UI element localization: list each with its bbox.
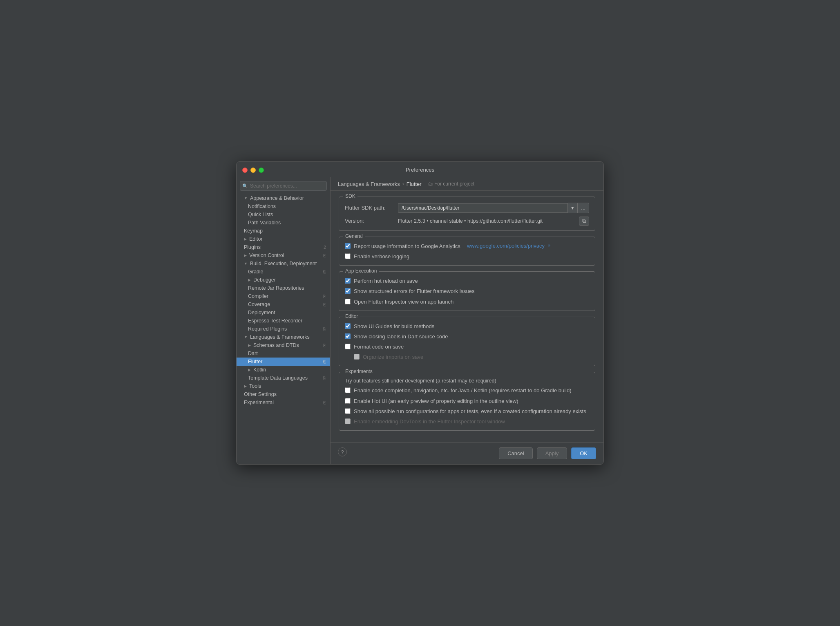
privacy-link[interactable]: www.google.com/policies/privacy bbox=[467, 243, 545, 249]
sidebar-item-label: Languages & Frameworks bbox=[250, 334, 310, 340]
ui-guides-label: Show UI Guides for build methods bbox=[354, 323, 434, 330]
sidebar-item-appearance[interactable]: ▼ Appearance & Behavior bbox=[237, 194, 330, 202]
check-row-organize-imports: Organize imports on save bbox=[345, 353, 589, 361]
check-row-ui-guides: Show UI Guides for build methods bbox=[345, 323, 589, 330]
breadcrumb-separator: › bbox=[402, 181, 404, 187]
copy-icon: ⎘ bbox=[323, 294, 326, 299]
sidebar-item-label: Experimental bbox=[244, 400, 274, 405]
sidebar-item-required-plugins[interactable]: Required Plugins ⎘ bbox=[237, 325, 330, 333]
embed-devtools-checkbox[interactable] bbox=[345, 418, 351, 424]
sidebar-item-notifications[interactable]: Notifications bbox=[237, 202, 330, 210]
report-usage-label: Report usage information to Google Analy… bbox=[354, 243, 460, 250]
hot-ui-checkbox[interactable] bbox=[345, 398, 351, 404]
structured-errors-label: Show structured errors for Flutter frame… bbox=[354, 288, 474, 295]
breadcrumb-parent: Languages & Frameworks bbox=[338, 181, 400, 187]
question-icon: ? bbox=[341, 449, 344, 455]
minimize-button[interactable] bbox=[250, 168, 256, 173]
sidebar-item-label: Remote Jar Repositories bbox=[248, 285, 304, 291]
sidebar-item-plugins[interactable]: Plugins 2 bbox=[237, 243, 330, 251]
sidebar-item-gradle[interactable]: Gradle ⎘ bbox=[237, 268, 330, 276]
inspector-launch-checkbox[interactable] bbox=[345, 299, 351, 304]
maximize-button[interactable] bbox=[259, 168, 264, 173]
apply-button[interactable]: Apply bbox=[537, 447, 567, 459]
structured-errors-checkbox[interactable] bbox=[345, 288, 351, 294]
closing-labels-label: Show closing labels in Dart source code bbox=[354, 333, 448, 340]
sidebar-item-quick-lists[interactable]: Quick Lists bbox=[237, 210, 330, 219]
sidebar-item-label: Kotlin bbox=[253, 367, 266, 373]
sidebar-item-kotlin[interactable]: ▶ Kotlin bbox=[237, 366, 330, 374]
cancel-button[interactable]: Cancel bbox=[499, 447, 532, 459]
verbose-logging-checkbox[interactable] bbox=[345, 253, 351, 259]
app-execution-section-title: App Execution bbox=[343, 268, 379, 274]
sidebar-item-other-settings[interactable]: Other Settings bbox=[237, 390, 330, 398]
sidebar-item-remote-jar[interactable]: Remote Jar Repositories bbox=[237, 284, 330, 292]
sidebar-item-tools[interactable]: ▶ Tools bbox=[237, 382, 330, 390]
sidebar-item-dart[interactable]: Dart bbox=[237, 349, 330, 358]
experiments-section: Experiments Try out features still under… bbox=[339, 372, 595, 431]
report-usage-checkbox[interactable] bbox=[345, 243, 351, 249]
sidebar-item-experimental[interactable]: Experimental ⎘ bbox=[237, 398, 330, 407]
search-icon: 🔍 bbox=[242, 183, 248, 188]
copy-icon: ⎘ bbox=[323, 326, 326, 331]
sidebar-item-flutter[interactable]: Flutter ⎘ bbox=[237, 358, 330, 366]
sidebar-item-schemas-dtds[interactable]: ▶ Schemas and DTDs ⎘ bbox=[237, 341, 330, 349]
app-execution-section: App Execution Perform hot reload on save… bbox=[339, 271, 595, 311]
hot-reload-checkbox[interactable] bbox=[345, 278, 351, 284]
sidebar-item-keymap[interactable]: Keymap bbox=[237, 227, 330, 235]
search-box[interactable]: 🔍 bbox=[240, 181, 327, 191]
chevron-down-icon: ▼ bbox=[244, 335, 248, 339]
version-row: Version: Flutter 2.5.3 • channel stable … bbox=[345, 217, 589, 226]
sidebar-item-template-data[interactable]: Template Data Languages ⎘ bbox=[237, 374, 330, 382]
sdk-browse-button[interactable]: ... bbox=[578, 203, 589, 213]
run-configs-label: Show all possible run configurations for… bbox=[354, 408, 586, 415]
sidebar-item-debugger[interactable]: ▶ Debugger bbox=[237, 276, 330, 284]
check-row-hot-ui: Enable Hot UI (an early preview of prope… bbox=[345, 398, 589, 405]
ui-guides-checkbox[interactable] bbox=[345, 323, 351, 329]
settings-area: SDK Flutter SDK path: ▾ ... Version: Flu… bbox=[331, 191, 603, 442]
copy-icon: ⎘ bbox=[323, 269, 326, 274]
version-value: Flutter 2.5.3 • channel stable • https:/… bbox=[398, 218, 579, 224]
organize-imports-checkbox[interactable] bbox=[354, 354, 360, 360]
verbose-logging-label: Enable verbose logging bbox=[354, 253, 409, 260]
help-button[interactable]: ? bbox=[338, 447, 347, 456]
sidebar-item-deployment[interactable]: Deployment bbox=[237, 309, 330, 317]
code-completion-label: Enable code completion, navigation, etc.… bbox=[354, 387, 572, 394]
code-completion-checkbox[interactable] bbox=[345, 387, 351, 393]
ok-button[interactable]: OK bbox=[571, 447, 596, 459]
sidebar-item-label: Plugins bbox=[244, 244, 261, 250]
check-row-report-usage: Report usage information to Google Analy… bbox=[345, 243, 589, 250]
sidebar-item-label: Schemas and DTDs bbox=[253, 342, 299, 348]
sidebar-item-espresso[interactable]: Espresso Test Recorder bbox=[237, 317, 330, 325]
closing-labels-checkbox[interactable] bbox=[345, 333, 351, 339]
sidebar-item-version-control[interactable]: ▶ Version Control ⎘ bbox=[237, 251, 330, 259]
sidebar-item-label: Gradle bbox=[248, 269, 264, 275]
sdk-dropdown-button[interactable]: ▾ bbox=[568, 203, 578, 213]
sidebar-item-compiler[interactable]: Compiler ⎘ bbox=[237, 292, 330, 300]
search-input[interactable] bbox=[240, 181, 327, 191]
sidebar-item-coverage[interactable]: Coverage ⎘ bbox=[237, 300, 330, 309]
format-on-save-checkbox[interactable] bbox=[345, 344, 351, 349]
copy-icon: ⎘ bbox=[323, 359, 326, 364]
sidebar-item-label: Coverage bbox=[248, 302, 270, 307]
sdk-path-label: Flutter SDK path: bbox=[345, 205, 398, 211]
copy-version-button[interactable]: ⧉ bbox=[579, 217, 589, 226]
sdk-section-title: SDK bbox=[343, 193, 357, 199]
sidebar-item-languages[interactable]: ▼ Languages & Frameworks bbox=[237, 333, 330, 341]
close-button[interactable] bbox=[242, 168, 248, 173]
breadcrumb: Languages & Frameworks › Flutter 🗂 For c… bbox=[331, 177, 603, 191]
sidebar-item-label: Appearance & Behavior bbox=[250, 195, 304, 201]
run-configs-checkbox[interactable] bbox=[345, 408, 351, 414]
chevron-right-icon: ▶ bbox=[244, 237, 247, 241]
sidebar-item-build-exec[interactable]: ▼ Build, Execution, Deployment bbox=[237, 259, 330, 268]
hot-reload-label: Perform hot reload on save bbox=[354, 277, 418, 285]
inspector-launch-label: Open Flutter Inspector view on app launc… bbox=[354, 298, 454, 306]
preferences-dialog: Preferences 🔍 ▼ Appearance & Behavior No… bbox=[236, 161, 604, 465]
sidebar-item-editor[interactable]: ▶ Editor bbox=[237, 235, 330, 243]
sidebar-item-label: Deployment bbox=[248, 310, 275, 315]
sidebar-item-path-variables[interactable]: Path Variables bbox=[237, 219, 330, 227]
sidebar-item-label: Version Control bbox=[249, 253, 284, 258]
sidebar-item-label: Required Plugins bbox=[248, 326, 287, 332]
sidebar-item-label: Path Variables bbox=[248, 220, 281, 226]
sdk-path-input[interactable] bbox=[398, 203, 568, 213]
sidebar-item-label: Flutter bbox=[248, 359, 262, 364]
